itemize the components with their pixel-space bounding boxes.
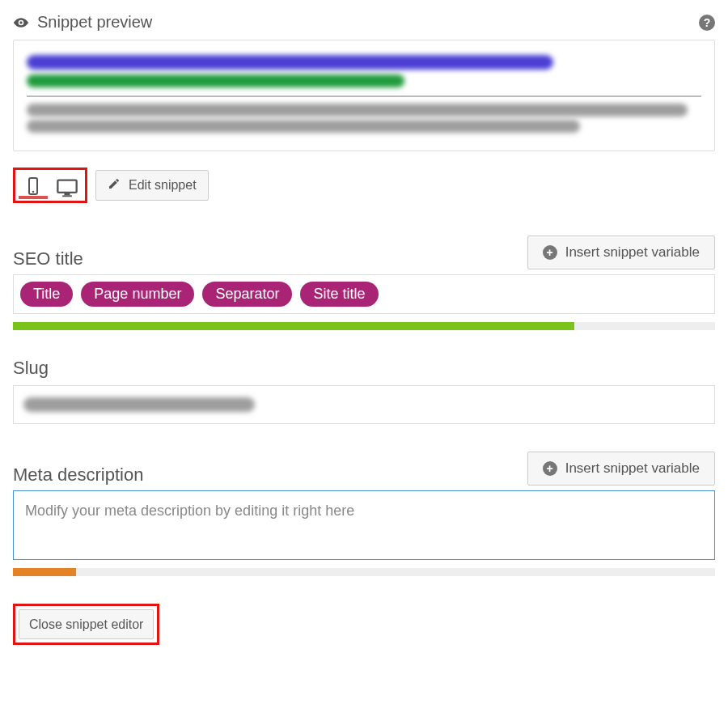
meta-description-input[interactable]: Modify your meta description by editing … — [13, 490, 715, 560]
svg-point-1 — [32, 191, 34, 193]
edit-snippet-button[interactable]: Edit snippet — [95, 170, 209, 201]
meta-description-section: Meta description + Insert snippet variab… — [13, 452, 715, 576]
mobile-preview-button[interactable] — [19, 172, 48, 199]
preview-separator — [27, 95, 701, 97]
meta-description-progress-fill — [13, 568, 76, 576]
svg-rect-3 — [65, 193, 70, 195]
seo-token[interactable]: Page number — [81, 282, 194, 307]
slug-section: Slug — [13, 358, 715, 424]
header-row: Snippet preview ? — [13, 13, 715, 32]
plus-circle-icon: + — [543, 461, 557, 476]
insert-variable-label: Insert snippet variable — [565, 244, 700, 261]
meta-description-label: Meta description — [13, 464, 143, 486]
close-snippet-editor-label: Close snippet editor — [29, 617, 143, 632]
desktop-preview-button[interactable] — [53, 172, 82, 199]
device-toggle-highlight — [13, 168, 87, 203]
meta-description-progress — [13, 568, 715, 576]
seo-title-label: SEO title — [13, 248, 83, 269]
preview-desc-blur-2 — [27, 120, 580, 133]
plus-circle-icon: + — [543, 245, 557, 260]
insert-variable-label: Insert snippet variable — [565, 460, 700, 477]
svg-rect-4 — [62, 195, 72, 197]
close-snippet-editor-button[interactable]: Close snippet editor — [19, 609, 154, 639]
eye-icon — [13, 15, 29, 31]
preview-toolbar: Edit snippet — [13, 168, 715, 203]
preview-desc-blur-1 — [27, 104, 688, 117]
preview-title-blur — [27, 55, 553, 70]
slug-value-blur — [23, 397, 255, 412]
slug-input[interactable] — [13, 385, 715, 424]
close-snippet-highlight: Close snippet editor — [13, 604, 159, 645]
snippet-preview-card — [13, 40, 715, 151]
seo-title-progress-fill — [13, 322, 574, 330]
insert-variable-button-meta[interactable]: + Insert snippet variable — [527, 452, 715, 486]
header-left: Snippet preview — [13, 13, 152, 32]
preview-url-blur — [27, 74, 404, 87]
slug-label: Slug — [13, 358, 715, 379]
seo-title-section: SEO title + Insert snippet variable Titl… — [13, 235, 715, 330]
pencil-icon — [108, 177, 121, 193]
edit-snippet-label: Edit snippet — [129, 177, 197, 193]
seo-token[interactable]: Separator — [202, 282, 292, 307]
insert-variable-button-seo[interactable]: + Insert snippet variable — [527, 235, 715, 269]
svg-rect-2 — [57, 180, 76, 193]
page-title: Snippet preview — [37, 13, 152, 32]
seo-title-progress — [13, 322, 715, 330]
seo-token[interactable]: Title — [20, 282, 73, 307]
help-icon[interactable]: ? — [699, 15, 715, 31]
seo-title-input[interactable]: Title Page number Separator Site title — [13, 274, 715, 314]
seo-token[interactable]: Site title — [300, 282, 378, 307]
